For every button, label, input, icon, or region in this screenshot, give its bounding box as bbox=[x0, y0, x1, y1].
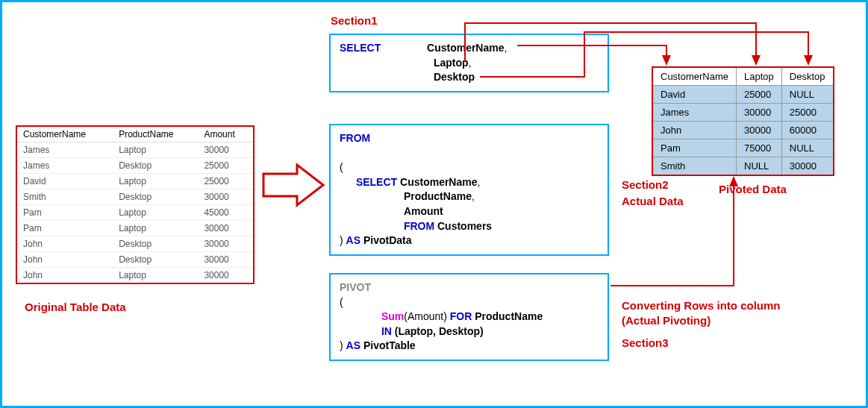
table-cell: John bbox=[652, 122, 737, 139]
table-cell: NULL bbox=[781, 139, 833, 157]
label-section3-1: Converting Rows into column bbox=[622, 299, 781, 312]
table-cell: 25000 bbox=[198, 158, 254, 174]
in-kw: IN bbox=[381, 325, 392, 337]
table-cell: Desktop bbox=[113, 158, 198, 174]
table-cell: Smith bbox=[16, 189, 113, 205]
table-cell: 30000 bbox=[737, 122, 782, 139]
table-cell: John bbox=[16, 268, 113, 284]
sum-kw: Sum bbox=[381, 310, 404, 322]
inner-from-tbl: Customers bbox=[437, 220, 492, 232]
table-header: ProductName bbox=[113, 126, 198, 142]
table-cell: David bbox=[652, 86, 737, 104]
label-original: Original Table Data bbox=[25, 301, 126, 313]
table-row: SmithDesktop30000 bbox=[16, 189, 254, 205]
kw-select: SELECT bbox=[340, 42, 381, 54]
table-cell: David bbox=[16, 174, 113, 189]
as-kw-2: AS bbox=[346, 339, 360, 351]
table-cell: 75000 bbox=[737, 139, 782, 157]
table-cell: 25000 bbox=[781, 104, 833, 122]
pivottable: PivotTable bbox=[363, 339, 416, 351]
arrow-pivot-result bbox=[611, 178, 734, 286]
table-row: JohnDesktop30000 bbox=[16, 252, 254, 268]
for-col: ProductName bbox=[475, 310, 543, 322]
table-cell: 30000 bbox=[781, 157, 833, 176]
table-cell: 30000 bbox=[198, 268, 254, 284]
table-cell: John bbox=[16, 236, 113, 252]
label-section2-1: Section2 bbox=[622, 178, 669, 191]
table-cell: Pam bbox=[16, 221, 113, 236]
table-row: PamLaptop30000 bbox=[16, 221, 254, 236]
table-row: Pam75000NULL bbox=[652, 139, 834, 157]
table-cell: NULL bbox=[737, 157, 782, 176]
table-cell: 30000 bbox=[198, 236, 254, 252]
inner-col3: Amount bbox=[404, 205, 443, 217]
table-cell: Laptop bbox=[113, 268, 198, 284]
table-cell: Pam bbox=[652, 139, 737, 157]
table-cell: Laptop bbox=[113, 142, 198, 158]
table-cell: 30000 bbox=[198, 142, 254, 158]
kw-pivot: PIVOT bbox=[340, 281, 371, 293]
select-col1: CustomerName bbox=[427, 42, 504, 54]
table-row: PamLaptop45000 bbox=[16, 205, 254, 221]
table-cell: Smith bbox=[652, 157, 737, 176]
original-table: CustomerNameProductNameAmount JamesLapto… bbox=[16, 125, 255, 284]
kw-from: FROM bbox=[340, 132, 370, 144]
table-row: JamesDesktop25000 bbox=[16, 158, 254, 174]
label-section1: Section1 bbox=[331, 14, 378, 27]
table-cell: Desktop bbox=[113, 189, 198, 205]
table-row: SmithNULL30000 bbox=[652, 157, 834, 176]
table-header: Desktop bbox=[781, 67, 833, 86]
code-box-select: SELECT CustomerName, Laptop, Desktop bbox=[329, 34, 609, 92]
table-cell: 30000 bbox=[737, 104, 782, 122]
table-cell: 45000 bbox=[198, 205, 254, 221]
table-cell: 25000 bbox=[198, 174, 254, 189]
table-cell: James bbox=[16, 142, 113, 158]
inner-from: FROM bbox=[404, 220, 434, 232]
table-cell: John bbox=[16, 252, 113, 268]
diagram-canvas: Section1 SELECT CustomerName, Laptop, De… bbox=[0, 0, 868, 408]
inner-col1: CustomerName bbox=[400, 176, 477, 188]
table-cell: 30000 bbox=[198, 221, 254, 236]
paren-open: ( bbox=[340, 161, 343, 173]
table-cell: James bbox=[16, 158, 113, 174]
table-row: JohnDesktop30000 bbox=[16, 236, 254, 252]
label-pivoted: Pivoted Data bbox=[719, 183, 787, 195]
block-arrow-icon bbox=[263, 165, 323, 205]
table-row: John3000060000 bbox=[652, 122, 834, 139]
table-cell: Desktop bbox=[113, 236, 198, 252]
table-cell: Laptop bbox=[113, 174, 198, 189]
pivotdata: PivotData bbox=[363, 234, 412, 246]
as-kw-1: AS bbox=[346, 234, 360, 246]
label-section3-2: (Actual Pivoting) bbox=[622, 314, 711, 327]
label-section2-2: Actual Data bbox=[622, 195, 684, 207]
code-box-from: FROM ( SELECT CustomerName, ProductName,… bbox=[329, 124, 609, 256]
svg-marker-1 bbox=[263, 165, 323, 205]
table-cell: 60000 bbox=[781, 122, 833, 139]
table-row: James3000025000 bbox=[652, 104, 834, 122]
for-kw: FOR bbox=[450, 310, 472, 322]
table-row: DavidLaptop25000 bbox=[16, 174, 254, 189]
in-vals: (Laptop, Desktop) bbox=[395, 325, 484, 337]
inner-select: SELECT bbox=[356, 176, 397, 188]
select-col3: Desktop bbox=[434, 71, 475, 83]
table-cell: NULL bbox=[781, 86, 833, 104]
table-header: Laptop bbox=[737, 67, 782, 86]
table-row: JohnLaptop30000 bbox=[16, 268, 254, 284]
sum-arg: (Amount) bbox=[404, 310, 447, 322]
table-cell: James bbox=[652, 104, 737, 122]
table-cell: Desktop bbox=[113, 252, 198, 268]
table-header: CustomerName bbox=[652, 67, 737, 86]
table-cell: 30000 bbox=[198, 252, 254, 268]
table-header: CustomerName bbox=[16, 126, 113, 142]
table-header: Amount bbox=[198, 126, 254, 142]
table-cell: 30000 bbox=[198, 189, 254, 205]
inner-col2: ProductName bbox=[404, 190, 472, 202]
table-cell: Pam bbox=[16, 205, 113, 221]
select-col2: Laptop bbox=[434, 57, 469, 69]
pivoted-table: CustomerNameLaptopDesktop David25000NULL… bbox=[652, 66, 834, 176]
table-row: David25000NULL bbox=[652, 86, 834, 104]
table-cell: 25000 bbox=[737, 86, 782, 104]
table-cell: Laptop bbox=[113, 221, 198, 236]
table-cell: Laptop bbox=[113, 205, 198, 221]
label-section3-3: Section3 bbox=[622, 336, 669, 349]
